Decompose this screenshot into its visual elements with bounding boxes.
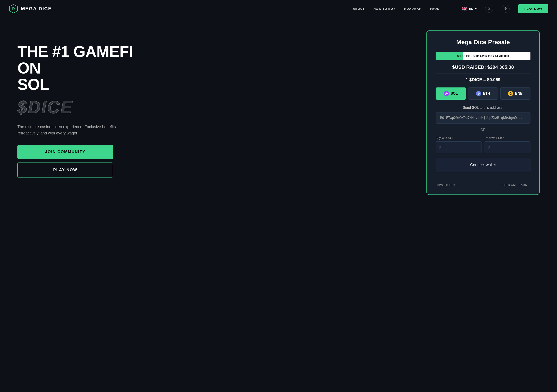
language-selector[interactable]: 🇬🇧 EN ▾ <box>461 6 476 12</box>
refer-and-earn-link[interactable]: REFER AND EARN→ <box>500 183 531 187</box>
receive-dice-label: Recieve $Dice <box>484 136 531 140</box>
hero-play-now-button[interactable]: PLAY NOW <box>17 163 113 178</box>
buy-sol-input[interactable] <box>436 141 482 153</box>
dice-ticker: $DICE <box>17 97 144 117</box>
logo-area: D MEGA DICE <box>9 4 52 14</box>
nav-links: ABOUT HOW TO BUY ROADMAP FAQS 🇬🇧 EN ▾ 𝕏 … <box>353 4 548 13</box>
address-label: Send SOL to this address: <box>436 106 531 110</box>
bnb-icon: ⬡ <box>508 91 513 96</box>
navbar: D MEGA DICE ABOUT HOW TO BUY ROADMAP FAQ… <box>0 0 557 17</box>
language-label: EN <box>469 7 473 10</box>
hero-subtitle: The ultimate casino token experience. Ex… <box>17 124 122 136</box>
hero-section: THE #1 GAMEFI ON SOL $DICE The ultimate … <box>17 31 144 178</box>
usd-raised: $USD RAISED: $294 365,38 <box>436 64 531 70</box>
join-community-button[interactable]: JOIN COMMUNITY <box>17 145 113 159</box>
or-divider: OR <box>436 128 531 132</box>
logo-text: MEGA DICE <box>21 6 52 12</box>
buy-sol-label: Buy with SOL <box>436 136 482 140</box>
receive-dice-input[interactable] <box>484 141 531 153</box>
divider-1 <box>436 74 531 74</box>
progress-bar: $DICE BOUGHT: 4 266 115 / 14 700 000 <box>436 52 531 60</box>
nav-play-now-button[interactable]: PLAY NOW <box>518 4 548 13</box>
svg-text:D: D <box>12 7 15 11</box>
card-footer: HOW TO BUY → REFER AND EARN→ <box>436 179 531 187</box>
logo-icon: D <box>9 4 18 14</box>
dice-price: 1 $DICE = $0.069 <box>436 77 531 82</box>
eth-button[interactable]: ⟠ ETH <box>468 88 498 100</box>
receive-dice-group: Recieve $Dice <box>484 136 531 153</box>
bnb-label: BNB <box>515 92 523 96</box>
sol-label: SOL <box>451 92 458 96</box>
presale-title: Mega Dice Presale <box>436 39 531 46</box>
chevron-down-icon: ▾ <box>475 7 476 10</box>
sol-icon: ◎ <box>444 91 449 96</box>
telegram-icon[interactable]: ✈ <box>502 5 509 13</box>
currency-selector: ◎ SOL ⟠ ETH ⬡ BNB <box>436 88 531 100</box>
nav-faqs[interactable]: FAQS <box>430 7 439 10</box>
eth-icon: ⟠ <box>476 91 481 96</box>
bnb-button[interactable]: ⬡ BNB <box>500 88 531 100</box>
input-row: Buy with SOL Recieve $Dice <box>436 136 531 153</box>
nav-divider <box>450 4 451 13</box>
wallet-address[interactable]: BQtF7wp29e9KDu7MHqvcdMjtUpZXABtqkRsbgnD.… <box>436 112 531 123</box>
main-content: THE #1 GAMEFI ON SOL $DICE The ultimate … <box>0 17 557 392</box>
how-to-buy-link[interactable]: HOW TO BUY → <box>436 183 460 187</box>
connect-wallet-button[interactable]: Connect wallet <box>436 158 531 172</box>
progress-label: $DICE BOUGHT: 4 266 115 / 14 700 000 <box>457 54 509 58</box>
eth-label: ETH <box>483 92 490 96</box>
nav-about[interactable]: ABOUT <box>353 7 365 10</box>
nav-how-to-buy[interactable]: HOW TO BUY <box>373 7 395 10</box>
presale-section: Mega Dice Presale $DICE BOUGHT: 4 266 11… <box>426 31 540 195</box>
presale-card: Mega Dice Presale $DICE BOUGHT: 4 266 11… <box>426 31 540 195</box>
hero-title-line2: SOL <box>17 76 49 93</box>
sol-button[interactable]: ◎ SOL <box>436 88 466 100</box>
hero-title: THE #1 GAMEFI ON SOL <box>17 43 144 93</box>
nav-roadmap[interactable]: ROADMAP <box>404 7 421 10</box>
flag-icon: 🇬🇧 <box>461 6 467 12</box>
hero-title-line1: THE #1 GAMEFI ON <box>17 43 133 77</box>
twitter-icon[interactable]: 𝕏 <box>485 5 493 13</box>
buy-sol-group: Buy with SOL <box>436 136 482 153</box>
